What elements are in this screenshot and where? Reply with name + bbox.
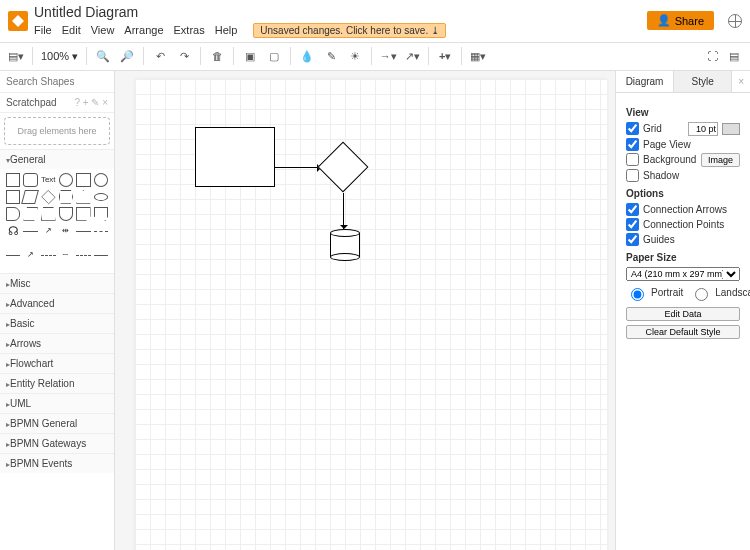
- shape-trapezoid[interactable]: [41, 207, 56, 221]
- format-panel-toggle-icon[interactable]: ▤: [726, 48, 742, 64]
- shape-line[interactable]: [76, 231, 90, 245]
- shape-and[interactable]: [6, 207, 20, 221]
- shape-note[interactable]: [76, 207, 90, 221]
- menubar: File Edit View Arrange Extras Help Unsav…: [34, 23, 641, 38]
- menu-file[interactable]: File: [34, 24, 52, 36]
- zoom-out-icon[interactable]: 🔎: [119, 48, 135, 64]
- canvas-shape-cylinder[interactable]: [330, 229, 360, 261]
- connection-icon[interactable]: →▾: [380, 48, 396, 64]
- app-logo[interactable]: [8, 11, 28, 31]
- guides-checkbox[interactable]: [626, 233, 639, 246]
- shape-document[interactable]: [59, 207, 73, 221]
- share-button[interactable]: 👤 Share: [647, 11, 714, 30]
- tab-style[interactable]: Style: [674, 71, 732, 92]
- shape-curve[interactable]: ∽: [59, 248, 73, 262]
- fullscreen-icon[interactable]: ⛶: [704, 48, 720, 64]
- canvas-edge-1[interactable]: [275, 167, 321, 168]
- canvas-shape-diamond[interactable]: [318, 141, 369, 192]
- category-arrows[interactable]: Arrows: [0, 333, 114, 353]
- document-title[interactable]: Untitled Diagram: [34, 4, 641, 21]
- conn-points-checkbox[interactable]: [626, 218, 639, 231]
- category-entity[interactable]: Entity Relation: [0, 373, 114, 393]
- fill-color-icon[interactable]: 💧: [299, 48, 315, 64]
- shape-callout[interactable]: [94, 207, 108, 221]
- shape-square[interactable]: [76, 173, 90, 187]
- delete-icon[interactable]: 🗑: [209, 48, 225, 64]
- category-advanced[interactable]: Advanced: [0, 293, 114, 313]
- sidebar-toggle-icon[interactable]: ▤▾: [8, 48, 24, 64]
- canvas-shape-rectangle[interactable]: [195, 127, 275, 187]
- shape-circle[interactable]: [94, 173, 108, 187]
- close-panel-icon[interactable]: ×: [732, 71, 750, 92]
- category-general[interactable]: General: [0, 149, 114, 169]
- waypoints-icon[interactable]: ↗▾: [404, 48, 420, 64]
- insert-icon[interactable]: +▾: [437, 48, 453, 64]
- grid-checkbox[interactable]: [626, 122, 639, 135]
- canvas[interactable]: [115, 71, 615, 550]
- menu-view[interactable]: View: [91, 24, 115, 36]
- shape-diag[interactable]: ↗: [23, 248, 37, 262]
- category-flowchart[interactable]: Flowchart: [0, 353, 114, 373]
- language-icon[interactable]: [728, 14, 742, 28]
- shape-text[interactable]: Text: [41, 173, 56, 187]
- category-basic[interactable]: Basic: [0, 313, 114, 333]
- background-label: Background: [643, 154, 696, 165]
- redo-icon[interactable]: ↷: [176, 48, 192, 64]
- line-color-icon[interactable]: ✎: [323, 48, 339, 64]
- menu-extras[interactable]: Extras: [174, 24, 205, 36]
- to-front-icon[interactable]: ▣: [242, 48, 258, 64]
- shape-arrow-both[interactable]: ⇹: [59, 224, 73, 238]
- shape-process[interactable]: [6, 190, 20, 204]
- shape-dashed2[interactable]: [41, 255, 56, 269]
- shape-line2[interactable]: [6, 255, 20, 269]
- shape-ellipse[interactable]: [59, 173, 73, 187]
- shape-dashed[interactable]: [94, 231, 108, 245]
- to-back-icon[interactable]: ▢: [266, 48, 282, 64]
- shape-hexagon[interactable]: [59, 190, 73, 204]
- papersize-select[interactable]: A4 (210 mm x 297 mm): [626, 267, 740, 281]
- category-bpmn-events[interactable]: BPMN Events: [0, 453, 114, 473]
- grid-color-swatch[interactable]: [722, 123, 740, 135]
- shape-dotted[interactable]: [76, 255, 90, 269]
- shadow-icon[interactable]: ☀: [347, 48, 363, 64]
- menu-arrange[interactable]: Arrange: [124, 24, 163, 36]
- shape-arrow-ne[interactable]: ↗: [41, 224, 56, 238]
- shape-roundrect[interactable]: [23, 173, 37, 187]
- table-icon[interactable]: ▦▾: [470, 48, 486, 64]
- unsaved-notice[interactable]: Unsaved changes. Click here to save. ⤓: [253, 23, 446, 38]
- category-uml[interactable]: UML: [0, 393, 114, 413]
- category-misc[interactable]: Misc: [0, 273, 114, 293]
- shape-parallelogram[interactable]: [23, 207, 37, 221]
- conn-arrows-checkbox[interactable]: [626, 203, 639, 216]
- menu-edit[interactable]: Edit: [62, 24, 81, 36]
- scratchpad-actions[interactable]: ? + ✎ ×: [74, 97, 108, 108]
- zoom-in-icon[interactable]: 🔍: [95, 48, 111, 64]
- search-shapes-input[interactable]: [4, 75, 115, 88]
- shape-triangle[interactable]: [76, 190, 90, 204]
- image-button[interactable]: Image: [701, 153, 740, 167]
- tab-diagram[interactable]: Diagram: [616, 71, 674, 92]
- portrait-radio[interactable]: [631, 288, 644, 301]
- category-bpmn-gateways[interactable]: BPMN Gateways: [0, 433, 114, 453]
- zoom-level[interactable]: 100% ▾: [41, 50, 78, 63]
- shape-arrow-line[interactable]: [94, 255, 108, 269]
- pageview-checkbox[interactable]: [626, 138, 639, 151]
- category-bpmn-general[interactable]: BPMN General: [0, 413, 114, 433]
- clear-style-button[interactable]: Clear Default Style: [626, 325, 740, 339]
- shadow-checkbox[interactable]: [626, 169, 639, 182]
- shape-rect[interactable]: [6, 173, 20, 187]
- menu-help[interactable]: Help: [215, 24, 238, 36]
- background-checkbox[interactable]: [626, 153, 639, 166]
- canvas-edge-2[interactable]: [343, 193, 344, 229]
- undo-icon[interactable]: ↶: [152, 48, 168, 64]
- scratchpad-dropzone[interactable]: Drag elements here: [4, 117, 110, 145]
- paper[interactable]: [135, 79, 607, 550]
- grid-size-input[interactable]: [688, 122, 718, 136]
- landscape-radio[interactable]: [695, 288, 708, 301]
- shape-actor[interactable]: ☊: [6, 224, 20, 238]
- shape-diamond[interactable]: [41, 190, 55, 204]
- shape-cylinder[interactable]: [94, 193, 108, 201]
- shape-rhombus[interactable]: [22, 190, 40, 204]
- edit-data-button[interactable]: Edit Data: [626, 307, 740, 321]
- shape-hedge[interactable]: [23, 231, 37, 245]
